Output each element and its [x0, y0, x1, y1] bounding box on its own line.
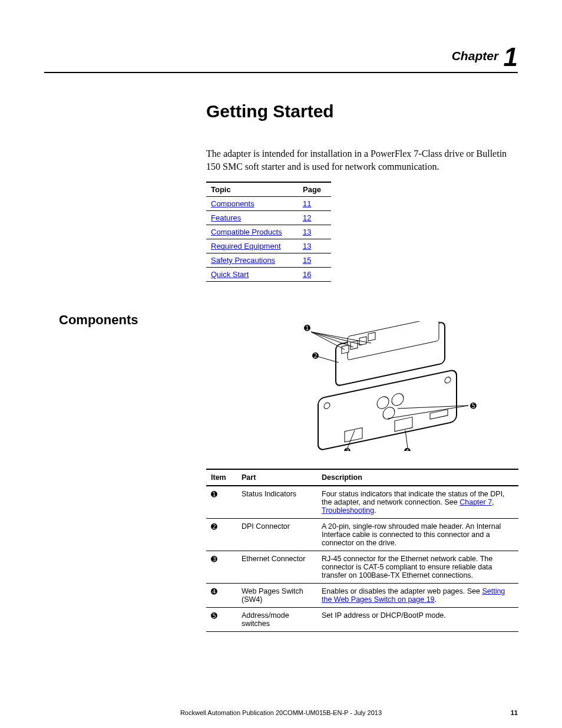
page-title: Getting Started — [206, 101, 334, 121]
toc-link-required-equipment[interactable]: Required Equipment — [211, 242, 281, 251]
comp-desc: RJ-45 connector for the Ethernet network… — [317, 551, 518, 584]
chapter-number: 1 — [504, 42, 518, 71]
topic-page-table: Topic Page Components 11 Features 12 Com… — [206, 182, 331, 282]
toc-link-safety-precautions[interactable]: Safety Precautions — [211, 256, 275, 265]
toc-page-link[interactable]: 11 — [303, 199, 311, 208]
toc-page-link[interactable]: 12 — [303, 213, 311, 222]
callout-4-icon: ➍ — [404, 447, 411, 451]
callout-5-icon: ➎ — [470, 401, 477, 410]
comp-part-ethernet-connector: Ethernet Connector — [237, 551, 317, 584]
comp-header-item: Item — [206, 469, 237, 486]
comp-desc: Enables or disables the adapter web page… — [317, 584, 518, 608]
toc-row: Safety Precautions 15 — [206, 253, 331, 268]
intro-paragraph: The adapter is intended for installation… — [206, 147, 518, 173]
chapter-header: Chapter 1 — [452, 42, 518, 72]
adapter-illustration-icon: ➊ ➋ ➌ ➍ ➎ — [295, 321, 483, 451]
svg-line-16 — [311, 332, 353, 347]
comp-row: ➍ Web Pages Switch (SW4) Enables or disa… — [206, 584, 518, 608]
svg-rect-2 — [342, 345, 349, 354]
comp-item-4: ➍ — [206, 584, 237, 608]
toc-row: Required Equipment 13 — [206, 239, 331, 253]
svg-line-23 — [405, 430, 408, 448]
comp-item-1: ➊ — [206, 486, 237, 519]
svg-rect-5 — [368, 332, 375, 341]
svg-line-15 — [311, 332, 345, 350]
horizontal-rule — [44, 72, 518, 73]
toc-row: Features 12 — [206, 211, 331, 225]
comp-item-5: ➎ — [206, 608, 237, 632]
chapter-label: Chapter — [452, 49, 498, 62]
components-diagram: ➊ ➋ ➌ ➍ ➎ — [295, 321, 483, 451]
toc-link-features[interactable]: Features — [211, 213, 241, 222]
callout-3-icon: ➌ — [344, 447, 351, 451]
toc-row: Components 11 — [206, 197, 331, 211]
comp-part-dpi-connector: DPI Connector — [237, 519, 317, 551]
toc-page-link[interactable]: 16 — [303, 270, 311, 279]
comp-part-status-indicators: Status Indicators — [237, 486, 317, 519]
page: Chapter 1 Getting Started The adapter is… — [0, 0, 562, 728]
comp-desc: Set IP address or DHCP/BootP mode. — [317, 608, 518, 632]
comp-desc: A 20-pin, single-row shrouded male heade… — [317, 519, 518, 551]
comp-header-part: Part — [237, 469, 317, 486]
comp-item-3: ➌ — [206, 551, 237, 584]
link-chapter-7[interactable]: Chapter 7 — [459, 498, 492, 506]
page-footer: Rockwell Automation Publication 20COMM-U… — [0, 709, 562, 716]
toc-header-topic: Topic — [206, 182, 298, 197]
toc-row: Compatible Products 13 — [206, 225, 331, 239]
footer-page-number: 11 — [511, 709, 518, 716]
link-troubleshooting[interactable]: Troubleshooting — [322, 506, 374, 515]
components-table: Item Part Description ➊ Status Indicator… — [206, 469, 518, 632]
section-heading-components: Components — [59, 312, 138, 328]
comp-row: ➊ Status Indicators Four status indicato… — [206, 486, 518, 519]
toc-row: Quick Start 16 — [206, 268, 331, 282]
callout-1-icon: ➊ — [304, 324, 310, 332]
toc-page-link[interactable]: 13 — [303, 242, 311, 251]
comp-item-2: ➋ — [206, 519, 237, 551]
comp-desc: Four status indicators that indicate the… — [317, 486, 518, 519]
comp-row: ➋ DPI Connector A 20-pin, single-row shr… — [206, 519, 518, 551]
toc-link-compatible-products[interactable]: Compatible Products — [211, 228, 282, 236]
toc-page-link[interactable]: 13 — [303, 228, 311, 236]
toc-page-link[interactable]: 15 — [303, 256, 311, 265]
toc-link-components[interactable]: Components — [211, 199, 254, 208]
callout-2-icon: ➋ — [312, 351, 319, 360]
comp-row: ➎ Address/mode switches Set IP address o… — [206, 608, 518, 632]
comp-row: ➌ Ethernet Connector RJ-45 connector for… — [206, 551, 518, 584]
comp-part-web-pages-switch: Web Pages Switch (SW4) — [237, 584, 317, 608]
toc-header-page: Page — [298, 182, 331, 197]
comp-part-address-mode-switches: Address/mode switches — [237, 608, 317, 632]
footer-publication-text: Rockwell Automation Publication 20COMM-U… — [180, 709, 382, 716]
toc-link-quick-start[interactable]: Quick Start — [211, 270, 249, 279]
comp-header-desc: Description — [317, 469, 518, 486]
